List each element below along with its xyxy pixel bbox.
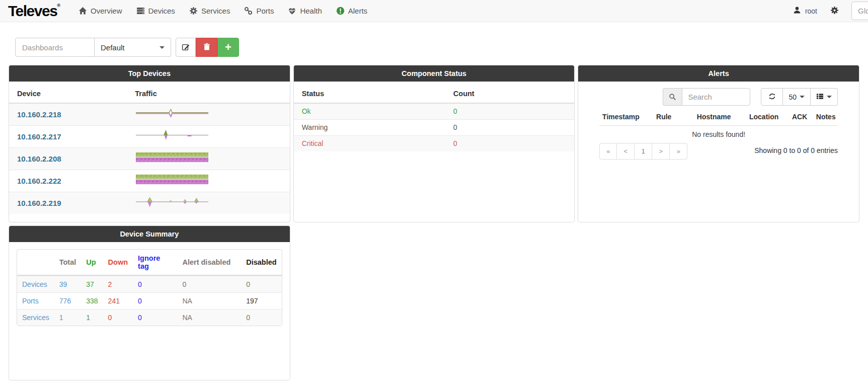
alerts-footer: « < 1 > » Showing 0 to 0 of 0 entries (599, 143, 838, 160)
ports-total: 776 (54, 292, 82, 309)
services-link[interactable]: Services (22, 314, 49, 322)
link-icon (244, 7, 253, 15)
heartbeat-icon (288, 7, 296, 15)
table-row: Devices 39 37 2 0 0 0 (17, 276, 282, 292)
traffic-sparkline[interactable] (135, 150, 281, 167)
col-header-timestamp[interactable]: Timestamp (599, 113, 642, 121)
panel-title: Alerts (578, 65, 859, 82)
traffic-sparkline[interactable] (135, 128, 281, 145)
delete-dashboard-button[interactable] (196, 38, 217, 57)
status-ok-count: 0 (445, 103, 575, 119)
dashboard-select[interactable]: Default (95, 38, 171, 57)
pagination-next-button[interactable]: > (652, 143, 670, 160)
gear-icon (830, 8, 839, 16)
edit-dashboard-button[interactable] (176, 38, 196, 57)
device-link[interactable]: 10.160.2.217 (17, 132, 61, 141)
col-header-hostname[interactable]: Hostname (685, 113, 743, 121)
pagination-prev-button[interactable]: < (617, 143, 635, 160)
page-size-button[interactable]: 50 (783, 88, 811, 106)
services-total: 1 (54, 309, 82, 326)
status-ok-link[interactable]: Ok (302, 107, 311, 115)
device-link[interactable]: 10.160.2.208 (17, 155, 61, 163)
dashboard-toolbar: Default + (15, 38, 868, 57)
alerts-search-input[interactable] (682, 88, 750, 106)
ports-alert-disabled: NA (177, 292, 241, 309)
col-header-location[interactable]: Location (743, 113, 785, 121)
traffic-sparkline[interactable] (135, 106, 281, 123)
nav-item-alerts[interactable]: Alerts (329, 0, 374, 22)
col-header-rule[interactable]: Rule (643, 113, 685, 121)
top-devices-table: Device Traffic 10.160.2.218 10.160.2.217… (9, 85, 290, 214)
nav-item-label: Devices (148, 7, 175, 15)
traffic-sparkline[interactable] (135, 173, 281, 189)
search-icon (663, 88, 682, 106)
global-search-input[interactable] (851, 2, 868, 20)
ports-link[interactable]: Ports (22, 297, 39, 305)
table-row: 10.160.2.208 (9, 148, 290, 170)
status-warning-link[interactable]: Warning (302, 123, 328, 131)
nav-item-ports[interactable]: Ports (237, 0, 281, 22)
user-icon (793, 6, 801, 16)
table-row: 10.160.2.219 (9, 192, 290, 214)
nav-item-overview[interactable]: Overview (71, 0, 129, 22)
col-header-total: Total (54, 250, 82, 276)
dashboards-input[interactable] (15, 38, 95, 57)
alerts-panel: Alerts 50 (578, 65, 859, 222)
alerts-column-headers: Timestamp Rule Hostname Location ACK Not… (599, 113, 838, 126)
devices-alert-disabled: 0 (177, 276, 241, 292)
table-row: Services 1 1 0 0 NA 0 (17, 309, 282, 326)
devices-ignore-tag: 0 (133, 276, 177, 292)
device-link[interactable]: 10.160.2.222 (17, 177, 61, 185)
navbar-right: root (793, 2, 868, 20)
col-header-notes[interactable]: Notes (814, 113, 838, 121)
device-link[interactable]: 10.160.2.218 (17, 110, 61, 119)
panel-title: Component Status (294, 65, 575, 82)
devices-link[interactable]: Devices (22, 280, 47, 288)
refresh-button[interactable] (761, 88, 783, 106)
brand-logo[interactable]: Televes® (8, 4, 60, 19)
table-row: 10.160.2.217 (9, 126, 290, 148)
ports-down: 241 (103, 292, 133, 309)
col-header-status: Status (294, 85, 445, 103)
settings-menu[interactable] (830, 6, 839, 16)
brand-registered-mark: ® (57, 3, 60, 8)
services-up: 1 (81, 309, 103, 326)
component-status-table: Status Count Ok 0 Warning 0 Critical 0 (294, 85, 575, 151)
traffic-sparkline[interactable] (135, 195, 281, 211)
nav-item-label: Health (300, 7, 322, 15)
device-summary-body: Total Up Down Ignore tag Alert disabled … (9, 242, 290, 333)
home-icon (78, 7, 87, 15)
status-critical-link[interactable]: Critical (302, 139, 324, 147)
nav-item-label: Services (201, 7, 230, 15)
table-row: Ports 776 338 241 0 NA 197 (17, 292, 282, 309)
table-row: Warning 0 (294, 119, 575, 135)
nav-item-health[interactable]: Health (281, 0, 329, 22)
pagination-last-button[interactable]: » (670, 143, 687, 160)
col-header-ignore-tag: Ignore tag (133, 250, 177, 276)
pagination-page-button[interactable]: 1 (635, 143, 652, 160)
panel-title: Top Devices (9, 65, 290, 82)
panel-title: Device Summary (9, 226, 290, 242)
list-icon (816, 93, 824, 102)
grid-spacer (293, 225, 575, 380)
alerts-search-group (663, 88, 750, 106)
add-dashboard-button[interactable]: + (217, 38, 239, 57)
user-menu[interactable]: root (793, 6, 817, 16)
columns-button[interactable] (811, 88, 838, 106)
pagination-first-button[interactable]: « (599, 143, 617, 160)
alerts-controls: 50 (599, 88, 838, 106)
nav-item-services[interactable]: Services (182, 0, 238, 22)
nav-item-label: Alerts (348, 7, 367, 15)
server-icon (136, 7, 145, 15)
services-disabled: 0 (241, 309, 281, 326)
nav-item-devices[interactable]: Devices (129, 0, 182, 22)
device-link[interactable]: 10.160.2.219 (17, 199, 61, 207)
devices-up: 37 (81, 276, 103, 292)
top-navbar: Televes® Overview Devices Services Ports… (0, 0, 868, 22)
col-header-up: Up (81, 250, 103, 276)
chevron-down-icon (827, 96, 832, 98)
dashboard-grid: Top Devices Device Traffic 10.160.2.218 … (9, 65, 859, 380)
refresh-icon (768, 93, 776, 102)
col-header-ack[interactable]: ACK (785, 113, 814, 121)
user-name: root (805, 7, 817, 15)
